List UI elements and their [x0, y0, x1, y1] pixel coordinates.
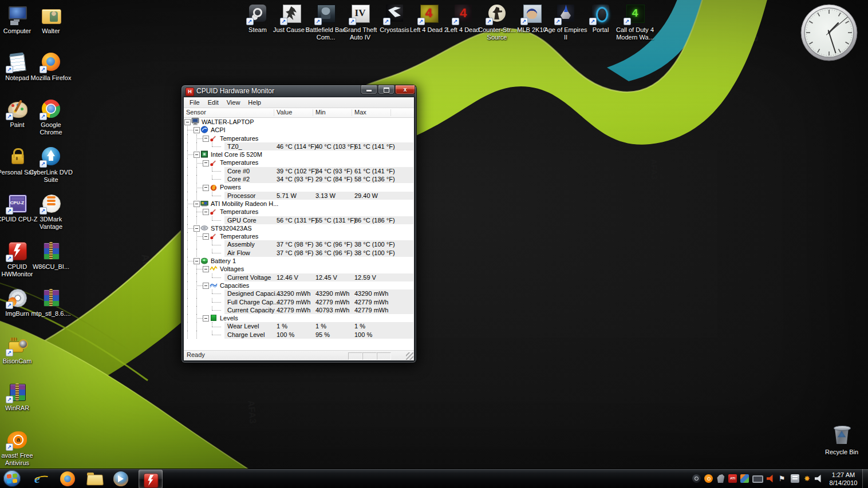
sensor-group-row[interactable]: Levels [184, 314, 414, 322]
taskbar-hwmonitor-button[interactable] [139, 470, 163, 488]
tray-avast-icon[interactable] [704, 474, 713, 483]
sensor-row[interactable]: Current Capacity42779 mWh40793 mWh42779 … [184, 306, 414, 314]
desktop-icon-firefox[interactable]: ↗Mozilla Firefox [34, 51, 68, 73]
desktop-icon-avast[interactable]: a↗avast! Free Antivirus [0, 429, 34, 451]
sensor-group-label: Temperatures [220, 159, 258, 166]
tray-notes-icon[interactable] [791, 474, 799, 483]
sensor-group-row[interactable]: Temperatures [184, 158, 414, 166]
sensor-row[interactable]: Designed Capaci...43290 mWh43290 mWh4329… [184, 289, 414, 297]
tree-collapse-box[interactable] [203, 315, 209, 322]
sensor-row[interactable]: TZ0_46 °C (114 °F)40 °C (103 °F)61 °C (1… [184, 142, 414, 150]
desktop-icon-paint[interactable]: ↗Paint [0, 98, 34, 120]
desktop-icon-threedmark[interactable]: ↗3DMark Vantage [34, 193, 68, 215]
column-min[interactable]: Min [315, 109, 326, 116]
tree-collapse-box[interactable] [203, 283, 209, 289]
show-desktop-button[interactable] [862, 469, 868, 488]
sensor-group-row[interactable]: Voltages [184, 265, 414, 273]
sensor-group-row[interactable]: Capacities [184, 281, 414, 289]
tree-collapse-box[interactable] [203, 209, 209, 215]
start-button[interactable] [3, 470, 21, 487]
tree-collapse-box[interactable] [194, 201, 200, 207]
taskbar-internet-explorer-icon[interactable]: e [30, 470, 53, 487]
tree-collapse-box[interactable] [194, 225, 200, 232]
sensor-group-row[interactable]: Intel Core i5 520M [184, 150, 414, 158]
menu-edit[interactable]: Edit [204, 98, 223, 106]
sensor-group-row[interactable]: Temperatures [184, 232, 414, 240]
sensor-row[interactable]: Air Flow37 °C (98 °F)36 °C (96 °F)38 °C … [184, 249, 414, 257]
sensor-row[interactable]: Charge Level100 %95 %100 % [184, 331, 414, 339]
menu-file[interactable]: File [186, 98, 204, 106]
sensor-group-row[interactable]: ATI Mobility Radeon H... [184, 200, 414, 208]
desktop-icon-cod4[interactable]: 4↗Call of Duty 4 Modern Wa... [615, 3, 655, 25]
desktop-icon-computer[interactable]: Computer [0, 5, 34, 26]
minimize-button[interactable] [361, 85, 377, 94]
menu-help[interactable]: Help [244, 98, 265, 106]
taskbar-firefox-icon[interactable] [56, 470, 79, 487]
taskbar-explorer-icon[interactable] [83, 470, 106, 487]
close-button[interactable]: x [395, 85, 415, 94]
tray-volume-icon[interactable] [815, 474, 823, 483]
sensor-row[interactable]: Core #234 °C (93 °F)29 °C (84 °F)58 °C (… [184, 175, 414, 183]
tree-collapse-box[interactable] [203, 185, 209, 191]
tray-steam-icon[interactable] [692, 474, 701, 483]
tree-collapse-box[interactable] [203, 233, 209, 240]
desktop-icon-rar1[interactable]: W86CU_BI... [34, 240, 68, 262]
tree-collapse-box[interactable] [194, 152, 200, 158]
window-titlebar[interactable]: H CPUID Hardware Monitor x [182, 85, 416, 97]
sensor-row[interactable]: Current Voltage12.46 V12.45 V12.59 V [184, 273, 414, 281]
sensor-group-row[interactable]: Temperatures [184, 134, 414, 142]
sensor-group-row[interactable]: WALTER-LAPTOP [184, 118, 414, 126]
tray-color-icon[interactable] [740, 474, 749, 483]
tray-touchpad-icon[interactable] [716, 474, 725, 483]
tray-flag-icon[interactable]: ⚑ [779, 474, 787, 483]
tray-display-icon[interactable] [752, 475, 763, 483]
desktop-icon-chrome[interactable]: ↗Google Chrome [34, 98, 68, 120]
menu-view[interactable]: View [223, 98, 244, 106]
desktop-icon-winrar[interactable]: ↗WinRAR [0, 382, 34, 403]
sensor-group-row[interactable]: Powers [184, 183, 414, 191]
desktop-icon-rar2[interactable]: mtp_stl_8.6.... [34, 287, 68, 309]
taskbar-clock[interactable]: 1:27 AM 8/14/2010 [826, 469, 861, 488]
sensor-row[interactable]: GPU Core56 °C (131 °F)55 °C (131 °F)86 °… [184, 216, 414, 224]
sensor-row[interactable]: Full Charge Cap...42779 mWh42779 mWh4277… [184, 298, 414, 306]
sensor-row[interactable]: Core #039 °C (102 °F)34 °C (93 °F)61 °C … [184, 167, 414, 175]
column-value[interactable]: Value [277, 109, 292, 116]
tree-collapse-box[interactable] [203, 160, 209, 166]
tree-collapse-box[interactable] [194, 127, 200, 133]
desktop-icon-personal-safe[interactable]: Personal Safe [0, 146, 34, 168]
taskbar-media-player-icon[interactable] [109, 470, 132, 487]
clock-gadget[interactable] [799, 3, 859, 62]
sensor-group-row[interactable]: Battery 1 [184, 257, 414, 265]
desktop-icon-bisoncam[interactable]: ↗BisonCam [0, 335, 34, 356]
tree-collapse-box[interactable] [194, 258, 200, 264]
desktop-icon-imgburn[interactable]: ↗ImgBurn [0, 287, 34, 309]
shortcut-arrow-icon: ↗ [40, 160, 47, 168]
column-max[interactable]: Max [354, 109, 366, 116]
tray-audio-icon[interactable] [767, 474, 775, 483]
desktop-icon-notepad[interactable]: ↗Notepad [0, 51, 34, 73]
column-sensor[interactable]: Sensor [186, 109, 206, 116]
sensor-group-row[interactable]: ST9320423AS [184, 224, 414, 232]
maximize-button[interactable] [378, 85, 394, 94]
sensor-row[interactable]: Assembly37 °C (98 °F)36 °C (96 °F)38 °C … [184, 240, 414, 248]
resize-grip[interactable] [406, 352, 413, 360]
recycle-bin-icon[interactable]: Recycle Bin [823, 426, 861, 447]
desktop-icon-css[interactable]: ↗Counter-Str... Source [477, 3, 517, 25]
tree-collapse-box[interactable] [203, 266, 209, 272]
desktop-icon-aoe2[interactable]: ↗Age of Empires II [546, 3, 586, 25]
desktop-icon-walter[interactable]: Walter [34, 5, 68, 26]
tray-ati-icon[interactable]: ATI [728, 474, 737, 483]
desktop-icon-cyberlink[interactable]: ↗CyberLink DVD Suite [34, 146, 68, 168]
sensor-group-row[interactable]: ACPI [184, 126, 414, 134]
sensor-max: 100 % [354, 331, 372, 338]
desktop-icon-hwmonitor[interactable]: ↗CPUID HWMonitor [0, 240, 34, 262]
desktop-icon-cpuz[interactable]: CPU-Z↗CPUID CPU-Z [0, 193, 34, 215]
tray-sun-icon[interactable]: ✸ [803, 474, 811, 483]
sensor-row[interactable]: Wear Level1 %1 %1 % [184, 322, 414, 330]
tree-collapse-box[interactable] [184, 119, 191, 125]
desktop-icon-label: avast! Free Antivirus [0, 452, 39, 467]
shortcut-arrow-icon: ↗ [486, 18, 493, 25]
tree-collapse-box[interactable] [203, 136, 209, 142]
sensor-group-row[interactable]: Temperatures [184, 208, 414, 216]
sensor-row[interactable]: Processor5.71 W3.13 W29.40 W [184, 192, 414, 200]
